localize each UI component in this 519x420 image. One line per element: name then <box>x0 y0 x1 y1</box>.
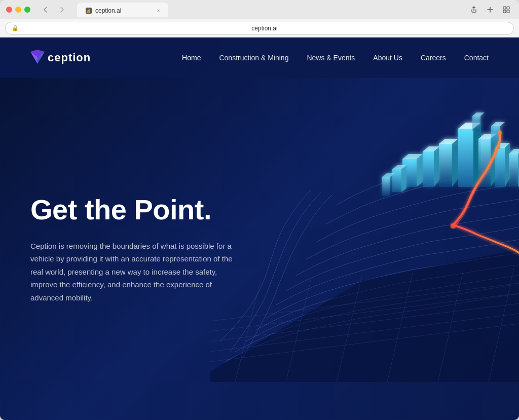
nav-news[interactable]: News & Events <box>307 54 355 62</box>
svg-rect-46 <box>382 177 390 196</box>
logo[interactable]: ception <box>30 50 91 66</box>
browser-titlebar: 🔒 ception.ai × <box>0 0 519 19</box>
grid-button[interactable] <box>500 3 513 16</box>
nav-links: Home Construction & Mining News & Events… <box>182 54 489 62</box>
svg-rect-3 <box>507 7 509 9</box>
close-button[interactable] <box>6 7 12 13</box>
svg-rect-52 <box>472 116 480 131</box>
svg-rect-25 <box>423 151 434 187</box>
nav-about[interactable]: About Us <box>373 54 402 62</box>
logo-text: ception <box>48 51 91 64</box>
browser-window: 🔒 ception.ai × <box>0 0 519 420</box>
svg-rect-40 <box>509 154 518 187</box>
back-button[interactable] <box>39 4 53 15</box>
maximize-button[interactable] <box>24 7 30 13</box>
nav-construction[interactable]: Construction & Mining <box>219 54 288 62</box>
active-tab[interactable]: 🔒 ception.ai × <box>77 3 168 17</box>
svg-rect-31 <box>458 129 473 187</box>
nav-careers[interactable]: Careers <box>421 54 446 62</box>
security-icon: 🔒 <box>12 25 19 31</box>
svg-rect-5 <box>507 10 509 13</box>
hero-content: Get the Point. Ception is removing the b… <box>0 194 264 304</box>
svg-marker-45 <box>401 165 406 192</box>
new-tab-button[interactable] <box>484 3 497 16</box>
svg-rect-28 <box>439 144 452 187</box>
hero-title: Get the Point. <box>30 194 233 225</box>
svg-marker-24 <box>417 154 423 187</box>
address-bar-row: 🔒 ception.ai <box>0 19 519 37</box>
logo-icon <box>30 50 45 66</box>
svg-point-55 <box>498 131 502 135</box>
hero-description: Ception is removing the boundaries of wh… <box>30 240 233 304</box>
navbar: ception Home Construction & Mining News … <box>0 37 519 78</box>
traffic-lights <box>6 7 30 13</box>
svg-rect-4 <box>503 10 506 13</box>
website-content: ception Home Construction & Mining News … <box>0 37 519 420</box>
tab-title: ception.ai <box>95 7 121 14</box>
hero-section: Get the Point. Ception is removing the b… <box>0 78 519 420</box>
address-bar[interactable]: 🔒 ception.ai <box>5 22 514 35</box>
tab-favicon: 🔒 <box>85 7 92 14</box>
browser-toolbar-right <box>467 3 513 16</box>
nav-contact[interactable]: Contact <box>464 54 489 62</box>
url-display: ception.ai <box>22 25 507 32</box>
forward-button[interactable] <box>55 4 69 15</box>
svg-text:🔒: 🔒 <box>86 8 91 13</box>
share-button[interactable] <box>467 3 480 16</box>
minimize-button[interactable] <box>15 7 21 13</box>
svg-rect-43 <box>392 169 401 192</box>
tab-close-button[interactable]: × <box>157 8 160 14</box>
browser-nav <box>39 4 69 15</box>
nav-home[interactable]: Home <box>182 54 201 62</box>
svg-rect-2 <box>503 7 506 9</box>
svg-point-54 <box>451 223 456 228</box>
